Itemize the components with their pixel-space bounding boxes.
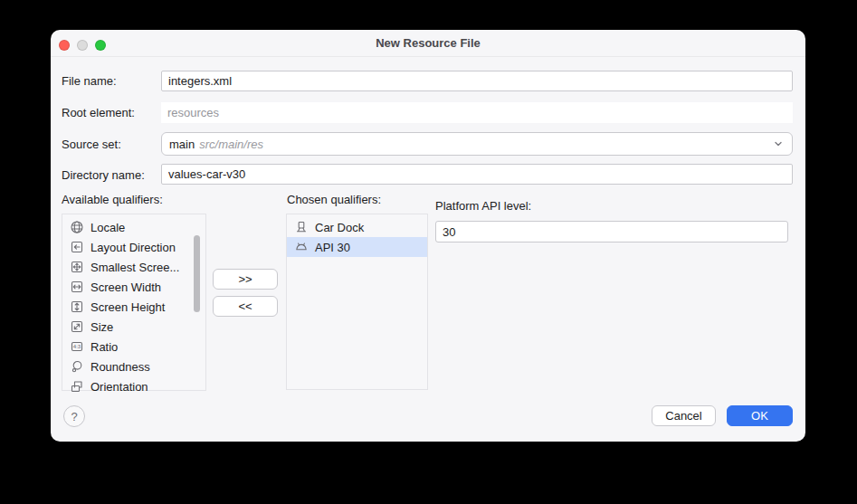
- list-item-label: Size: [90, 320, 113, 334]
- help-button[interactable]: ?: [63, 405, 85, 427]
- list-item-label: Layout Direction: [90, 241, 176, 254]
- android-head-icon: [294, 240, 309, 254]
- window-title: New Resource File: [51, 36, 805, 50]
- list-item[interactable]: Size: [62, 317, 205, 337]
- layout-direction-icon: [70, 240, 84, 254]
- directory-name-input[interactable]: [161, 164, 793, 185]
- list-item[interactable]: Locale: [62, 217, 205, 237]
- list-item[interactable]: Orientation: [62, 376, 205, 396]
- list-item-label: Roundness: [90, 360, 150, 374]
- list-item[interactable]: Roundness: [62, 357, 205, 376]
- scrollbar-thumb[interactable]: [194, 235, 200, 312]
- directory-name-label: Directory name:: [62, 168, 145, 182]
- titlebar[interactable]: New Resource File: [51, 30, 805, 57]
- screen-height-icon: [70, 300, 84, 314]
- list-item-label: Locale: [90, 221, 125, 234]
- move-right-button[interactable]: >>: [213, 269, 278, 290]
- list-item[interactable]: Screen Width: [62, 277, 205, 297]
- ratio-icon: 4:3: [70, 339, 84, 354]
- list-item-label: Smallest Scree...: [90, 261, 179, 274]
- source-set-label: Source set:: [62, 138, 121, 151]
- svg-text:4:3: 4:3: [73, 343, 81, 349]
- move-left-button[interactable]: <<: [213, 296, 278, 317]
- file-name-label: File name:: [62, 74, 117, 88]
- source-set-select[interactable]: main src/main/res: [161, 132, 793, 156]
- source-set-hint: src/main/res: [199, 138, 263, 151]
- chosen-qualifiers-label: Chosen qualifiers:: [287, 193, 381, 206]
- list-item-label: Car Dock: [315, 221, 364, 234]
- list-item-label: Orientation: [90, 380, 148, 394]
- list-item[interactable]: Car Dock: [287, 217, 427, 237]
- list-item-label: Screen Width: [90, 281, 161, 294]
- roundness-icon: [70, 359, 84, 374]
- screen-width-icon: [70, 280, 84, 294]
- root-element-input[interactable]: [161, 102, 793, 123]
- available-qualifiers-list[interactable]: LocaleLayout DirectionSmallest Scree...S…: [62, 214, 206, 391]
- list-item-label: Screen Height: [90, 300, 165, 314]
- file-name-input[interactable]: [161, 71, 793, 91]
- list-item[interactable]: Smallest Scree...: [62, 257, 205, 277]
- size-icon: [70, 319, 84, 334]
- list-item[interactable]: Layout Direction: [62, 237, 205, 257]
- platform-api-level-input[interactable]: [435, 221, 788, 242]
- new-resource-file-dialog: New Resource File File name: Root elemen…: [51, 30, 805, 442]
- cancel-button[interactable]: Cancel: [652, 405, 716, 426]
- orientation-icon: [70, 379, 84, 394]
- smallest-screen-icon: [70, 260, 84, 274]
- available-qualifiers-label: Available qualifiers:: [62, 193, 163, 206]
- locale-icon: [70, 220, 84, 234]
- source-set-value: main: [169, 138, 195, 151]
- ok-button[interactable]: OK: [727, 405, 793, 426]
- car-dock-icon: [294, 220, 309, 234]
- list-item[interactable]: API 30: [287, 237, 427, 257]
- chosen-qualifiers-list[interactable]: Car DockAPI 30: [286, 214, 428, 390]
- list-item-label: Ratio: [90, 340, 118, 354]
- platform-api-level-label: Platform API level:: [435, 199, 531, 213]
- help-icon: ?: [71, 410, 77, 423]
- list-item[interactable]: 4:3Ratio: [62, 337, 205, 357]
- list-item-label: API 30: [315, 241, 350, 254]
- root-element-label: Root element:: [62, 106, 135, 119]
- chevron-down-icon: [772, 138, 785, 150]
- list-item[interactable]: Screen Height: [62, 297, 205, 317]
